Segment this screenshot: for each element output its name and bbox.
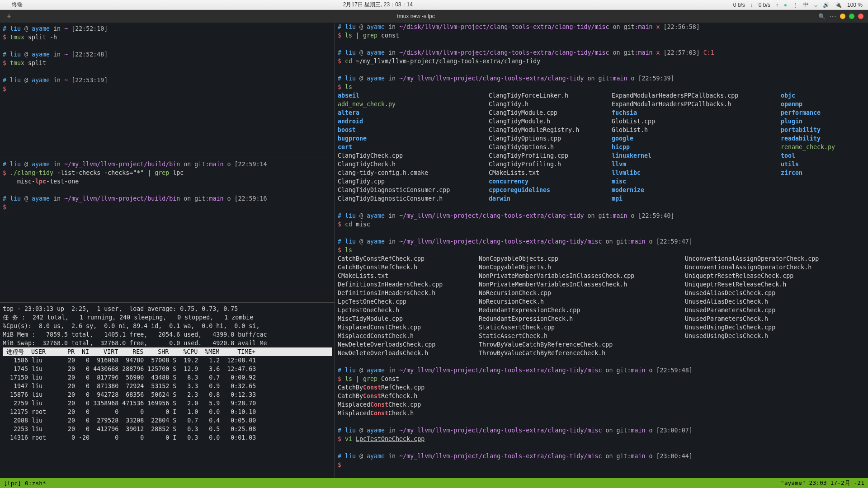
ls-listing: CatchByConstRefCheck.cppCatchByConstRefC… [335,254,868,357]
command-line: $ tmux split [0,59,335,67]
prompt-input[interactable]: $ [335,460,868,469]
top-row: 2253 liu 20 0 412796 39012 28852 S 0.3 0… [0,425,335,433]
command-line: $ cd ~/my_llvm/llvm-project/clang-tools-… [335,57,868,66]
top-row: 2759 liu 20 0 3358968 471536 169956 S 2.… [0,399,335,408]
prompt-line: # liu @ ayame in ~/my_llvm/llvm-project/… [335,426,868,435]
tray-sep-icon: ⋮ [793,2,798,8]
prompt-line: # liu @ ayame in ~/disk/llvm/llvm-projec… [335,48,868,57]
terminal-titlebar: + tmux new -s lpc [0,10,868,23]
top-columns: 进程号 USER PR NI VIRT RES SHR %CPU %MEM TI… [3,347,332,356]
prompt-line: # liu @ ayame in ~/my_llvm/llvm-project/… [335,237,868,246]
prompt-line: # liu @ ayame in ~/my_llvm/llvm-project/… [0,194,335,203]
upload-icon: ↑ [776,2,778,8]
status-right: "ayame" 23:03 17-2月 -21 [781,479,864,487]
command-line: $ ls | grep Const [335,375,868,383]
output-line: MisplacedConstCheck.cpp [335,400,868,409]
command-line: $ tmux split -h [0,33,335,42]
status-left: [lpc] 0:zsh* [4,480,781,487]
prompt-line: # liu @ ayame in ~/disk/llvm/llvm-projec… [335,23,868,31]
tmux-pane-left-bot[interactable]: top - 23:03:13 up 2:25, 1 user, load ave… [0,303,335,478]
top-row: 14316 root 0 -20 0 0 0 I 0.3 0.0 0:01.03 [0,433,335,442]
command-line: $ ./clang-tidy -list-checks -checks="*" … [0,169,335,177]
more-icon[interactable] [829,12,836,21]
output-line: MisplacedConstCheck.h [335,409,868,418]
add-tab-button[interactable]: + [5,12,14,20]
prompt-line: # liu @ ayame in ~/my_llvm/llvm-project/… [335,366,868,375]
prompt-line: # liu @ ayame in ~ [22:52:10] [0,24,335,33]
tmux-pane-left-mid[interactable]: # liu @ ayame in ~/my_llvm/llvm-project/… [0,158,335,303]
prompt-line: # liu @ ayame in ~/my_llvm/llvm-project/… [335,452,868,460]
ime-label[interactable]: 中 [803,1,809,9]
ls-listing: abseiladd_new_check.pyalteraandroidboost… [335,91,868,203]
command-line: $ vi LpcTestOneCheck.cpp [335,435,868,443]
top-header-line: MiB Swap: 32768.0 total, 32768.0 free, 0… [0,339,335,347]
tmux-pane-left-top[interactable]: # liu @ ayame in ~ [22:52:10]$ tmux spli… [0,23,335,158]
status-dot-icon: ● [784,2,787,8]
prompt-input[interactable]: $ [0,84,335,93]
top-row: 12175 root 20 0 0 0 0 I 1.0 0.0 0:10.10 [0,408,335,416]
top-row: 1947 liu 20 0 871380 72924 53152 S 3.3 0… [0,382,335,390]
command-line: $ cd misc [335,220,868,229]
top-header-line: MiB Mem : 7859.5 total, 1405.1 free, 205… [0,330,335,339]
tmux-status-bar: [lpc] 0:zsh* "ayame" 23:03 17-2月 -21 [0,478,868,488]
top-row: 15876 liu 20 0 942728 68356 50624 S 2.3 … [0,390,335,399]
volume-icon[interactable]: 🔊 [823,2,830,8]
net-up-label: 0 b/s [759,2,770,8]
window-title: tmux new -s lpc [14,13,818,19]
app-name[interactable]: 终端 [12,1,23,9]
tmux-pane-right[interactable]: # liu @ ayame in ~/disk/llvm/llvm-projec… [335,23,868,478]
prompt-line: # liu @ ayame in ~/my_llvm/llvm-project/… [335,211,868,220]
top-row: 1586 liu 20 0 916068 94780 57008 S 19.2 … [0,356,335,365]
top-row: 1745 liu 20 0 4430668 288796 125700 S 12… [0,365,335,373]
command-line: $ ls | grep const [335,31,868,40]
prompt-line: # liu @ ayame in ~/my_llvm/llvm-project/… [335,74,868,83]
output-line: CatchByConstRefCheck.h [335,392,868,400]
top-row: 17150 liu 20 0 817796 56900 43488 S 8.3 … [0,373,335,382]
prompt-line: # liu @ ayame in ~ [22:52:48] [0,50,335,59]
prompt-input[interactable]: $ [0,203,335,211]
prompt-line: # liu @ ayame in ~ [22:53:19] [0,76,335,84]
output-line: CatchByConstRefCheck.cpp [335,383,868,392]
net-down-label: 0 b/s [733,2,745,8]
wifi-icon[interactable]: ⌵ [814,2,817,8]
menubar-datetime: 2月17日 星期三, 23：03：14 [23,1,733,9]
battery-icon: 🔌 [835,2,842,8]
command-line: $ ls [335,83,868,91]
minimize-button[interactable] [840,14,845,19]
search-icon[interactable] [818,13,826,20]
prompt-line: # liu @ ayame in ~/my_llvm/llvm-project/… [0,160,335,169]
top-row: 2088 liu 20 0 279528 33208 22804 S 0.7 0… [0,416,335,425]
top-header-line: top - 23:03:13 up 2:25, 1 user, load ave… [0,305,335,313]
download-icon: ↓ [750,2,753,8]
top-header-line: 任 务 : 242 total, 1 running, 240 sleeping… [0,313,335,322]
battery-label: 100 % [847,2,863,8]
macos-menubar: 终端 2月17日 星期三, 23：03：14 0 b/s ↓ 0 b/s ↑ ●… [0,0,868,10]
command-line: $ ls [335,246,868,254]
maximize-button[interactable] [849,14,854,19]
terminal-area: # liu @ ayame in ~ [22:52:10]$ tmux spli… [0,23,868,478]
output-line: misc-lpc-test-one [0,177,335,186]
close-button[interactable] [858,14,863,19]
top-header-line: %Cpu(s): 8.0 us, 2.6 sy, 0.0 ni, 89.4 id… [0,322,335,330]
